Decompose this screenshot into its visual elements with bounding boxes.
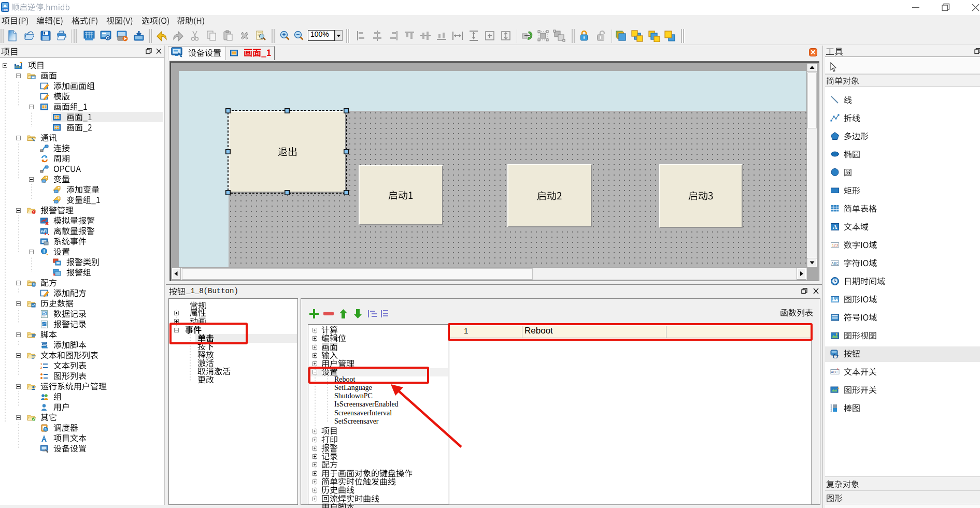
svg-text:ABC: ABC bbox=[831, 262, 839, 265]
svg-text:1: 1 bbox=[40, 362, 42, 366]
svg-text:123: 123 bbox=[832, 243, 838, 247]
svg-text:ABC: ABC bbox=[831, 370, 838, 374]
svg-text:2: 2 bbox=[40, 366, 42, 369]
svg-text:HMI: HMI bbox=[3, 8, 8, 11]
svg-text:A: A bbox=[833, 223, 837, 230]
